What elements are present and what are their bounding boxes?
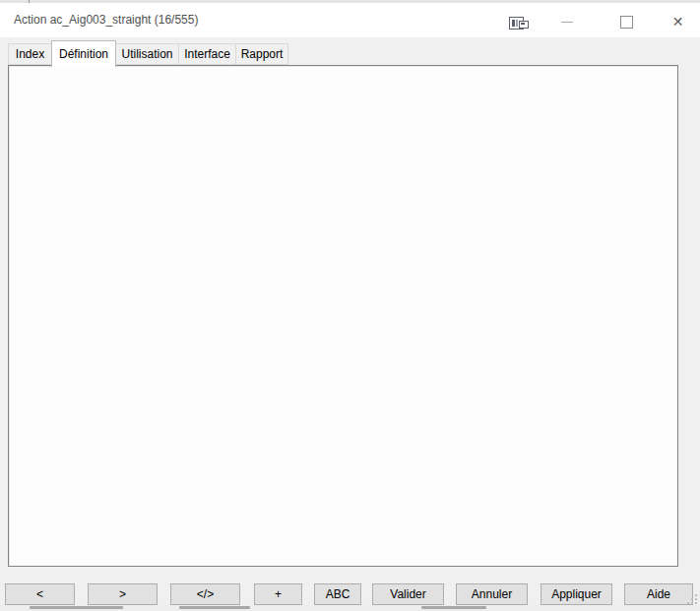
tab-utilisation[interactable]: Utilisation bbox=[115, 43, 179, 65]
titlebar: Action ac_Aig003_straight (16/555) ✕ bbox=[0, 3, 700, 37]
resize-grip[interactable] bbox=[687, 594, 697, 604]
aide-button[interactable]: Aide bbox=[624, 583, 693, 605]
tab-rapport[interactable]: Rapport bbox=[235, 43, 288, 65]
appliquer-button[interactable]: Appliquer bbox=[541, 583, 612, 605]
minimize-button[interactable] bbox=[544, 6, 589, 37]
minimize-icon bbox=[561, 22, 573, 23]
tab-index[interactable]: Index bbox=[8, 43, 52, 65]
maximize-button[interactable] bbox=[605, 6, 649, 37]
maximize-icon bbox=[620, 16, 633, 29]
abc-button[interactable]: ABC bbox=[314, 583, 361, 605]
tab-interface[interactable]: Interface bbox=[178, 43, 236, 65]
definition-tab-panel bbox=[8, 65, 678, 567]
window-layers-icon bbox=[509, 17, 529, 30]
close-icon: ✕ bbox=[672, 15, 684, 29]
valider-button[interactable]: Valider bbox=[372, 583, 444, 605]
next-button[interactable]: > bbox=[88, 583, 158, 605]
add-button[interactable]: + bbox=[254, 583, 302, 605]
tab-definition[interactable]: Définition bbox=[51, 40, 116, 67]
window-title: Action ac_Aig003_straight (16/555) bbox=[14, 13, 198, 27]
annuler-button[interactable]: Annuler bbox=[456, 583, 528, 605]
close-button[interactable]: ✕ bbox=[656, 6, 700, 37]
background-window-sliver-bottom bbox=[0, 605, 700, 611]
code-button[interactable]: </> bbox=[170, 583, 240, 605]
prev-button[interactable]: < bbox=[5, 583, 75, 605]
